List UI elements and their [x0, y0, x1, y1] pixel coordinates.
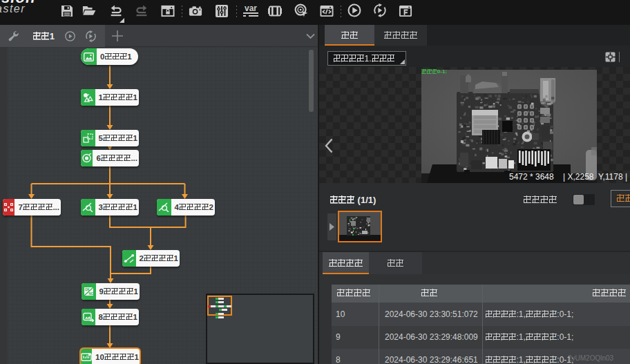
- svg-text:OK: OK: [85, 288, 90, 291]
- svg-text:NG: NG: [88, 292, 93, 296]
